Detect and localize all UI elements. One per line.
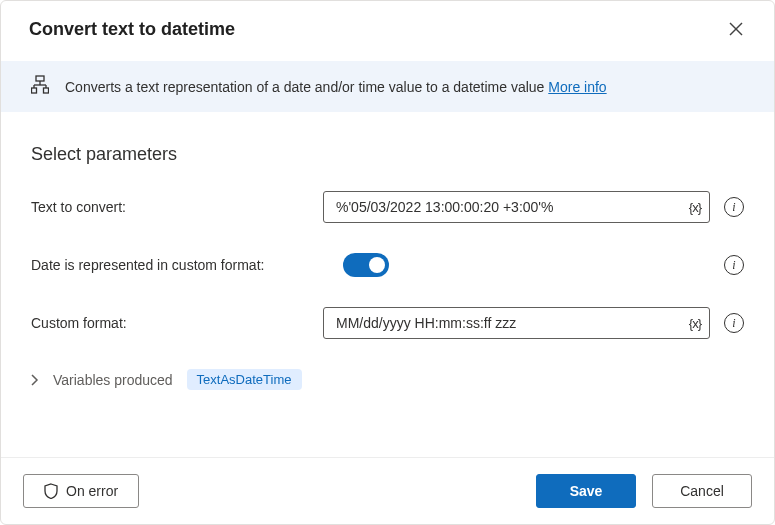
text-to-convert-input[interactable] — [334, 198, 675, 216]
footer-actions: Save Cancel — [536, 474, 752, 508]
text-to-convert-field[interactable]: {x} — [323, 191, 710, 223]
variable-picker-icon[interactable]: {x} — [689, 316, 701, 331]
variable-picker-icon[interactable]: {x} — [689, 200, 701, 215]
toggle-thumb — [369, 257, 385, 273]
dialog-title: Convert text to datetime — [29, 19, 235, 40]
custom-format-input[interactable] — [334, 314, 675, 332]
text-to-convert-row: Text to convert: {x} i — [31, 191, 744, 223]
dialog-footer: On error Save Cancel — [1, 457, 774, 524]
help-icon[interactable]: i — [724, 197, 744, 217]
cancel-button[interactable]: Cancel — [652, 474, 752, 508]
more-info-link[interactable]: More info — [548, 79, 606, 95]
custom-format-field[interactable]: {x} — [323, 307, 710, 339]
help-icon[interactable]: i — [724, 255, 744, 275]
custom-format-toggle[interactable] — [343, 253, 389, 277]
svg-rect-2 — [36, 76, 44, 81]
variable-output-pill[interactable]: TextAsDateTime — [187, 369, 302, 390]
info-banner: Converts a text representation of a date… — [1, 61, 774, 112]
variables-produced-row: Variables produced TextAsDateTime — [31, 369, 744, 390]
section-heading: Select parameters — [31, 144, 744, 165]
on-error-label: On error — [66, 483, 118, 499]
convert-text-dialog: Convert text to datetime Converts a text… — [0, 0, 775, 525]
svg-rect-8 — [44, 88, 49, 93]
close-button[interactable] — [722, 15, 750, 43]
svg-rect-7 — [32, 88, 37, 93]
close-icon — [729, 22, 743, 36]
dialog-body: Select parameters Text to convert: {x} i… — [1, 112, 774, 457]
banner-text: Converts a text representation of a date… — [65, 79, 607, 95]
custom-format-label: Custom format: — [31, 315, 311, 331]
custom-format-toggle-row: Date is represented in custom format: i — [31, 253, 744, 277]
help-icon[interactable]: i — [724, 313, 744, 333]
custom-format-toggle-label: Date is represented in custom format: — [31, 257, 331, 273]
save-button[interactable]: Save — [536, 474, 636, 508]
flow-icon — [31, 75, 49, 98]
shield-icon — [44, 483, 58, 499]
text-to-convert-label: Text to convert: — [31, 199, 311, 215]
custom-format-row: Custom format: {x} i — [31, 307, 744, 339]
on-error-button[interactable]: On error — [23, 474, 139, 508]
dialog-header: Convert text to datetime — [1, 1, 774, 61]
banner-description: Converts a text representation of a date… — [65, 79, 548, 95]
variables-produced-label: Variables produced — [53, 372, 173, 388]
chevron-right-icon[interactable] — [31, 374, 39, 386]
